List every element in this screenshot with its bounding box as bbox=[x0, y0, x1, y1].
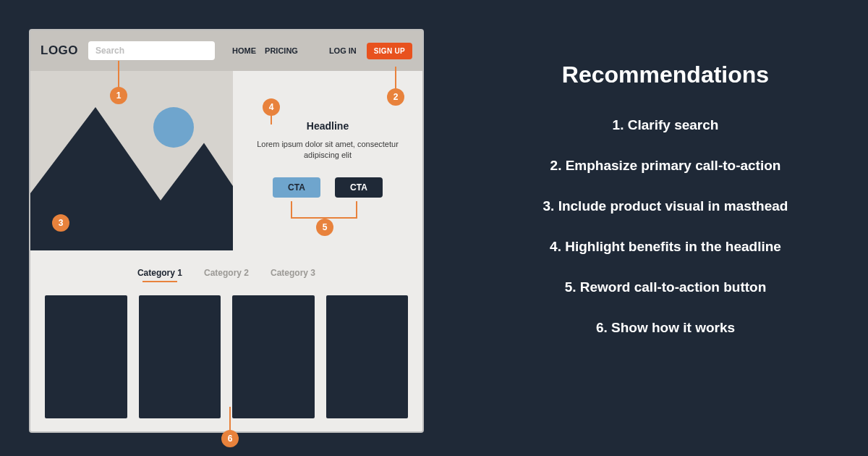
pin-line bbox=[395, 67, 396, 91]
recommendation-item: 1. Clarify search bbox=[492, 117, 839, 133]
card-grid bbox=[30, 282, 422, 418]
recommendation-item: 6. Show how it works bbox=[492, 320, 839, 336]
category-tabs: Category 1 Category 2 Category 3 bbox=[30, 268, 422, 282]
pin-line bbox=[229, 407, 231, 433]
login-link[interactable]: LOG IN bbox=[329, 46, 357, 55]
cta-secondary[interactable]: CTA bbox=[335, 177, 383, 198]
marker-2: 2 bbox=[387, 88, 404, 106]
card-item[interactable] bbox=[139, 295, 221, 418]
mockup-frame: LOGO Search HOME PRICING LOG IN SIGN UP … bbox=[29, 29, 424, 433]
cta-row: CTA CTA bbox=[273, 177, 383, 198]
wireframe-panel: LOGO Search HOME PRICING LOG IN SIGN UP … bbox=[0, 0, 434, 456]
nav-links: HOME PRICING bbox=[232, 46, 298, 55]
logo: LOGO bbox=[41, 43, 78, 58]
pin-line bbox=[118, 61, 119, 90]
nav-pricing[interactable]: PRICING bbox=[265, 46, 298, 55]
card-item[interactable] bbox=[45, 295, 127, 418]
tab-category-1[interactable]: Category 1 bbox=[137, 268, 182, 282]
marker-5: 5 bbox=[316, 219, 333, 236]
recommendation-item: 3. Include product visual in masthead bbox=[492, 198, 839, 214]
pin-line bbox=[271, 114, 272, 124]
card-item[interactable] bbox=[326, 295, 409, 418]
search-input[interactable]: Search bbox=[88, 41, 215, 60]
marker-1: 1 bbox=[110, 87, 127, 104]
marker-6: 6 bbox=[221, 430, 239, 447]
cta-primary[interactable]: CTA bbox=[273, 177, 320, 198]
bracket bbox=[291, 201, 357, 219]
recommendations-title: Recommendations bbox=[492, 62, 839, 88]
recommendation-item: 4. Highlight benefits in the headline bbox=[492, 239, 839, 255]
subheadline: Lorem ipsum dolor sit amet, consectetur … bbox=[252, 139, 404, 161]
nav-home[interactable]: HOME bbox=[232, 46, 256, 55]
recommendations-panel: Recommendations 1. Clarify search 2. Emp… bbox=[434, 0, 868, 456]
tab-category-3[interactable]: Category 3 bbox=[271, 268, 315, 282]
recommendation-item: 2. Emphasize primary call-to-action bbox=[492, 158, 839, 174]
card-item[interactable] bbox=[232, 295, 315, 418]
top-nav: LOGO Search HOME PRICING LOG IN SIGN UP bbox=[30, 30, 422, 71]
tab-category-2[interactable]: Category 2 bbox=[204, 268, 249, 282]
signup-button[interactable]: SIGN UP bbox=[367, 43, 412, 59]
hero-section: Headline Lorem ipsum dolor sit amet, con… bbox=[30, 71, 422, 250]
headline: Headline bbox=[307, 120, 349, 132]
marker-3: 3 bbox=[52, 214, 69, 232]
recommendation-item: 5. Reword call-to-action button bbox=[492, 279, 839, 295]
marker-4: 4 bbox=[263, 98, 280, 116]
